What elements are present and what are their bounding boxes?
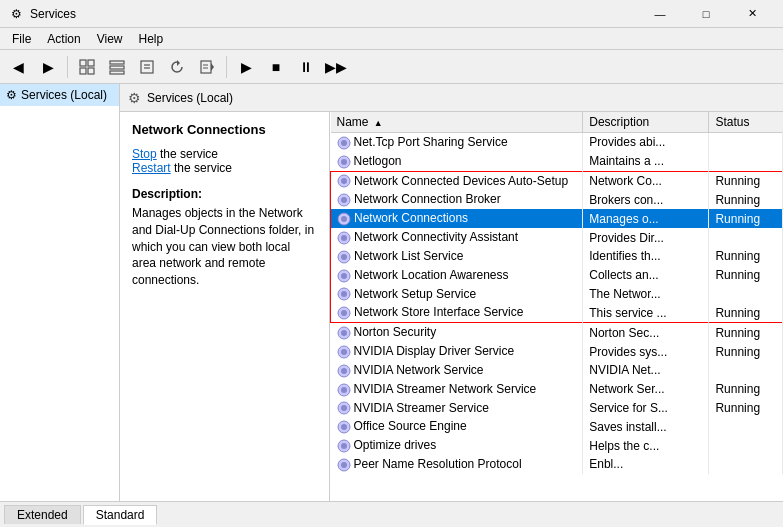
title-bar: ⚙ Services — □ ✕ — [0, 0, 783, 28]
pause-service-button[interactable]: ⏸ — [292, 54, 320, 80]
back-button[interactable]: ◀ — [4, 54, 32, 80]
window-controls: — □ ✕ — [637, 0, 775, 28]
svg-rect-3 — [88, 68, 94, 74]
selected-service-name: Network Connections — [132, 122, 317, 137]
service-desc-cell: The Networ... — [583, 285, 709, 304]
menu-item-view[interactable]: View — [89, 30, 131, 48]
service-name-cell: NVIDIA Streamer Service — [331, 399, 583, 418]
refresh-button[interactable] — [163, 54, 191, 80]
table-row[interactable]: Norton SecurityNorton Sec...Running — [331, 323, 783, 342]
svg-marker-14 — [211, 63, 214, 71]
service-list-container[interactable]: Name ▲ Description Status Net.Tcp Port S… — [330, 112, 783, 501]
status-tab-extended[interactable]: Extended — [4, 505, 81, 524]
minimize-button[interactable]: — — [637, 0, 683, 28]
table-row[interactable]: Network ConnectionsManages o...Running — [331, 209, 783, 228]
table-row[interactable]: Network Location AwarenessCollects an...… — [331, 266, 783, 285]
export-button[interactable] — [193, 54, 221, 80]
table-row[interactable]: Network Connection BrokerBrokers con...R… — [331, 190, 783, 209]
col-header-name[interactable]: Name ▲ — [331, 112, 583, 133]
service-desc-cell: NVIDIA Net... — [583, 361, 709, 380]
service-tbody: Net.Tcp Port Sharing ServiceProvides abi… — [331, 133, 783, 474]
close-button[interactable]: ✕ — [729, 0, 775, 28]
table-row[interactable]: Optimize drivesHelps the c... — [331, 436, 783, 455]
svg-point-38 — [341, 349, 347, 355]
list-button[interactable] — [103, 54, 131, 80]
start-service-button[interactable]: ▶ — [232, 54, 260, 80]
table-row[interactable]: Network Connected Devices Auto-SetupNetw… — [331, 171, 783, 190]
service-name-cell: Network Setup Service — [331, 285, 583, 304]
service-status-cell — [709, 417, 783, 436]
menu-item-file[interactable]: File — [4, 30, 39, 48]
service-name-cell: Norton Security — [331, 323, 583, 342]
table-header-row: Name ▲ Description Status — [331, 112, 783, 133]
svg-rect-11 — [201, 61, 211, 73]
col-header-status[interactable]: Status — [709, 112, 783, 133]
tree-item-services-local[interactable]: ⚙ Services (Local) — [0, 84, 119, 106]
tree-icon: ⚙ — [6, 88, 17, 102]
service-status-cell — [709, 455, 783, 474]
table-row[interactable]: Network Store Interface ServiceThis serv… — [331, 303, 783, 322]
table-row[interactable]: Office Source EngineSaves install... — [331, 417, 783, 436]
svg-point-22 — [341, 197, 347, 203]
service-table: Name ▲ Description Status Net.Tcp Port S… — [330, 112, 783, 474]
service-status-cell: Running — [709, 399, 783, 418]
svg-rect-2 — [80, 68, 86, 74]
svg-point-20 — [341, 178, 347, 184]
service-status-cell: Running — [709, 303, 783, 322]
service-status-cell — [709, 361, 783, 380]
table-row[interactable]: Net.Tcp Port Sharing ServiceProvides abi… — [331, 133, 783, 152]
svg-point-28 — [341, 254, 347, 260]
service-status-cell — [709, 152, 783, 171]
services-local-title: Services (Local) — [147, 91, 233, 105]
sort-arrow: ▲ — [374, 118, 383, 128]
table-row[interactable]: NVIDIA Streamer ServiceService for S...R… — [331, 399, 783, 418]
service-desc-cell: Manages o... — [583, 209, 709, 228]
service-desc-cell: Enbl... — [583, 455, 709, 474]
table-row[interactable]: NVIDIA Display Driver ServiceProvides sy… — [331, 342, 783, 361]
service-name-cell: Network Store Interface Service — [331, 303, 583, 322]
service-desc-cell: Identifies th... — [583, 247, 709, 266]
stop-service-button[interactable]: ■ — [262, 54, 290, 80]
table-row[interactable]: NVIDIA Network ServiceNVIDIA Net... — [331, 361, 783, 380]
svg-rect-0 — [80, 60, 86, 66]
svg-point-30 — [341, 273, 347, 279]
service-desc-cell: Saves install... — [583, 417, 709, 436]
service-name-cell: Network Location Awareness — [331, 266, 583, 285]
service-name-cell: Office Source Engine — [331, 417, 583, 436]
status-tab-standard[interactable]: Standard — [83, 505, 158, 525]
description-label: Description: — [132, 187, 317, 201]
table-row[interactable]: Network List ServiceIdentifies th...Runn… — [331, 247, 783, 266]
resume-service-button[interactable]: ▶▶ — [322, 54, 350, 80]
stop-service-link[interactable]: Stop — [132, 147, 157, 161]
service-status-cell: Running — [709, 380, 783, 399]
service-name-cell: NVIDIA Network Service — [331, 361, 583, 380]
properties-button[interactable] — [133, 54, 161, 80]
svg-point-24 — [341, 216, 347, 222]
col-header-description[interactable]: Description — [583, 112, 709, 133]
show-hide-button[interactable] — [73, 54, 101, 80]
table-row[interactable]: Peer Name Resolution ProtocolEnbl... — [331, 455, 783, 474]
app-icon: ⚙ — [8, 6, 24, 22]
forward-button[interactable]: ▶ — [34, 54, 62, 80]
svg-point-26 — [341, 235, 347, 241]
menu-item-help[interactable]: Help — [131, 30, 172, 48]
service-desc-cell: Provides sys... — [583, 342, 709, 361]
left-panel: ⚙ Services (Local) — [0, 84, 120, 501]
service-desc-cell: Collects an... — [583, 266, 709, 285]
table-row[interactable]: NVIDIA Streamer Network ServiceNetwork S… — [331, 380, 783, 399]
service-name-cell: Optimize drives — [331, 436, 583, 455]
svg-point-46 — [341, 424, 347, 430]
maximize-button[interactable]: □ — [683, 0, 729, 28]
table-row[interactable]: NetlogonMaintains a ... — [331, 152, 783, 171]
svg-point-34 — [341, 310, 347, 316]
restart-service-link[interactable]: Restart — [132, 161, 171, 175]
main-layout: ⚙ Services (Local) ⚙ Services (Local) Ne… — [0, 84, 783, 501]
svg-rect-7 — [141, 61, 153, 73]
table-row[interactable]: Network Setup ServiceThe Networ... — [331, 285, 783, 304]
table-row[interactable]: Network Connectivity AssistantProvides D… — [331, 228, 783, 247]
menu-item-action[interactable]: Action — [39, 30, 88, 48]
service-desc-cell: Network Ser... — [583, 380, 709, 399]
service-status-cell: Running — [709, 171, 783, 190]
service-name-cell: Peer Name Resolution Protocol — [331, 455, 583, 474]
service-name-cell: Network Connection Broker — [331, 190, 583, 209]
